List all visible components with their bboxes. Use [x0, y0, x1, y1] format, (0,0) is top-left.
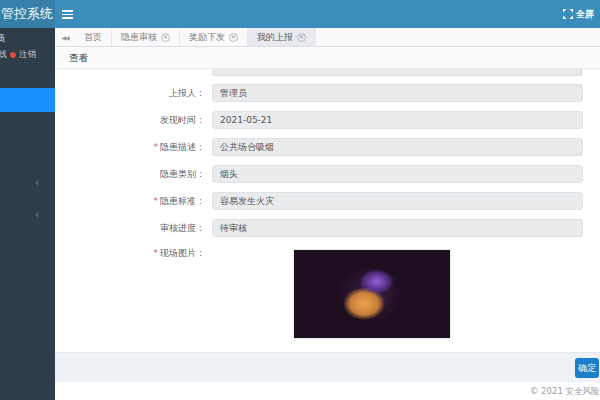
- form-action-bar: 确定: [55, 352, 600, 382]
- field-label: 发现时间：: [160, 115, 205, 125]
- field-label: 上报人：: [169, 88, 205, 98]
- danger-category-field: 烟头: [212, 165, 583, 183]
- logout-link[interactable]: 注销: [19, 49, 36, 61]
- field-label: 现场图片：: [160, 248, 205, 258]
- top-navbar: 管控系统 全屏: [0, 0, 600, 28]
- tab-close-icon[interactable]: ×: [229, 33, 238, 42]
- required-asterisk: *: [154, 142, 159, 152]
- danger-standard-field: 容易发生火灾: [212, 192, 583, 210]
- tab-close-icon[interactable]: ×: [297, 33, 306, 42]
- tab-reward-issue[interactable]: 奖励下发 ×: [180, 28, 248, 46]
- tab-hidden-danger-review[interactable]: 隐患审核 ×: [112, 28, 180, 46]
- form-row-danger-category: 隐患类别： 烟头: [55, 165, 600, 183]
- field-label: 隐患标准：: [160, 196, 205, 206]
- form-row-danger-standard: *隐患标准： 容易发生火灾: [55, 192, 600, 210]
- form-row-reporter: 上报人： 管理员: [55, 84, 600, 102]
- fullscreen-button[interactable]: 全屏: [563, 0, 594, 28]
- tab-label: 首页: [84, 31, 102, 44]
- tabs-scroll-left-button[interactable]: ◀◀: [55, 28, 75, 46]
- discovery-time-field: 2021-05-21: [212, 111, 583, 129]
- app-logo: 管控系统: [0, 0, 55, 28]
- sidebar-toggle-button[interactable]: [57, 0, 77, 28]
- required-asterisk: *: [154, 248, 159, 258]
- view-form: 上报人： 管理员 发现时间： 2021-05-21 *隐患描述： 公共场合吸烟 …: [55, 69, 600, 352]
- sidebar: 管理员 在线 注销 ‹ ‹: [0, 28, 55, 400]
- copyright-text: © 2021 安全风险管控系统: [530, 386, 600, 398]
- field-label: 审核进度：: [160, 223, 205, 233]
- form-row-danger-description: *隐患描述： 公共场合吸烟: [55, 138, 600, 156]
- expand-arrows-icon: [563, 9, 573, 19]
- review-progress-field: 待审核: [212, 219, 583, 237]
- reporter-field: 管理员: [212, 84, 583, 102]
- fullscreen-label: 全屏: [576, 8, 594, 21]
- sidebar-item-collapsible-2[interactable]: ‹: [0, 206, 55, 230]
- sidebar-user-links: 在线 注销: [0, 49, 55, 61]
- panel-title: 查看: [55, 47, 600, 69]
- form-row-discovery-time: 发现时间： 2021-05-21: [55, 111, 600, 129]
- scene-photo-flame-image[interactable]: [293, 249, 451, 339]
- field-label: 隐患描述：: [160, 142, 205, 152]
- danger-description-field: 公共场合吸烟: [212, 138, 583, 156]
- form-row-review-progress: 审核进度： 待审核: [55, 219, 600, 237]
- tab-my-reports[interactable]: 我的上报 ×: [248, 28, 316, 46]
- confirm-button[interactable]: 确定: [575, 358, 599, 378]
- sidebar-user-name: 管理员: [0, 32, 55, 45]
- required-asterisk: *: [154, 196, 159, 206]
- tab-bar: ◀◀ 首页 隐患审核 × 奖励下发 × 我的上报 ×: [55, 28, 600, 47]
- sidebar-item-active[interactable]: [0, 88, 55, 112]
- clipped-input-top: [212, 69, 583, 76]
- tab-label: 隐患审核: [121, 31, 157, 44]
- hamburger-icon: [62, 10, 73, 19]
- chevron-left-icon: ‹: [35, 209, 39, 220]
- field-label: 隐患类别：: [160, 169, 205, 179]
- tab-home[interactable]: 首页: [75, 28, 112, 46]
- double-arrow-left-icon: ◀◀: [61, 34, 68, 41]
- sidebar-item-collapsible-1[interactable]: ‹: [0, 174, 55, 198]
- tab-label: 奖励下发: [189, 31, 225, 44]
- online-status-label: 在线: [0, 49, 7, 61]
- tab-label: 我的上报: [257, 31, 293, 44]
- tab-close-icon[interactable]: ×: [161, 33, 170, 42]
- chevron-left-icon: ‹: [35, 177, 39, 188]
- power-off-icon: [10, 52, 16, 58]
